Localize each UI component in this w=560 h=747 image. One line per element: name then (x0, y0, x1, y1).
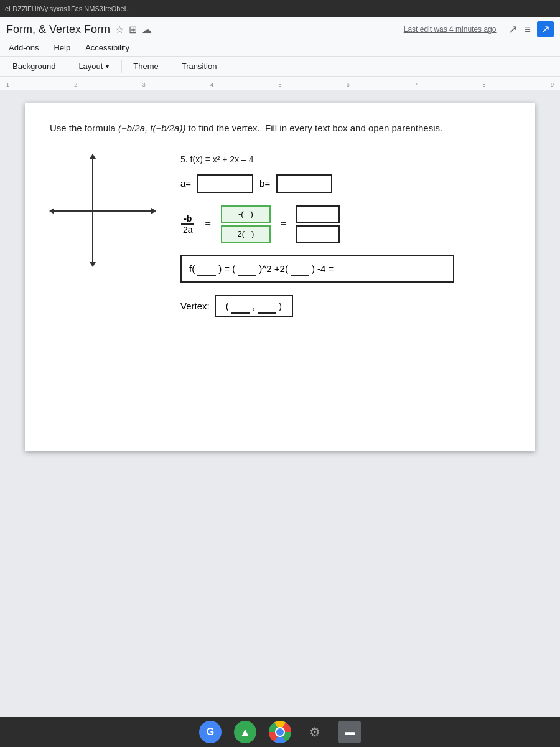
ruler-mark-2: 2 (74, 82, 77, 88)
neg-b-over-2a: -b 2a (180, 214, 195, 235)
fx-text-exp: )^2 +2( (259, 263, 288, 274)
taskbar-slides[interactable]: ▲ (234, 721, 256, 743)
frac-bottom-text: 2( ) (238, 229, 254, 238)
problem-section: 5. f(x) = x² + 2x – 4 a= b= (50, 154, 510, 317)
a-label: a= (180, 178, 191, 189)
problem-label: 5. f(x) = x² + 2x – 4 (180, 154, 510, 164)
fraction-section: -b 2a = -( ) 2( ) (180, 205, 510, 243)
taskbar-chrome[interactable] (269, 721, 291, 743)
vertex-close: ) (279, 301, 282, 311)
vertex-label: Vertex: (180, 301, 210, 311)
equals-1: = (205, 218, 211, 230)
taskbar: G ▲ ⚙ ▬ (0, 717, 560, 747)
frac-right-inputs (296, 205, 340, 243)
ruler-mark-6: 6 (347, 82, 350, 88)
frac-right-bottom-input[interactable] (296, 225, 340, 243)
vertex-x-input[interactable] (231, 299, 250, 314)
taskbar-launcher[interactable]: G (199, 721, 222, 743)
equals-2: = (281, 218, 286, 230)
slide: Use the formula (−b/2a, f(−b/2a)) to fin… (25, 103, 535, 451)
menu-bar: Add-ons Help Accessibility (0, 39, 560, 57)
ruler: 1 2 3 4 5 6 7 8 9 (0, 77, 560, 90)
ab-row: a= b= (180, 174, 510, 193)
graph-area (50, 154, 156, 266)
ruler-mark-8: 8 (483, 82, 486, 88)
frac-top-input[interactable]: -( ) (221, 205, 271, 223)
fx-text-f: f( (189, 263, 195, 274)
x-axis-arrow-right (151, 208, 156, 214)
taskbar-settings[interactable]: ⚙ (304, 721, 326, 743)
vertex-y-input[interactable] (258, 299, 276, 314)
last-edit-label: Last edit was 4 minutes ago (404, 25, 497, 34)
cloud-icon[interactable]: ☁ (142, 24, 152, 35)
taskbar-files[interactable]: ▬ (338, 721, 361, 743)
ruler-mark-3: 3 (142, 82, 146, 88)
top-right-icons: ↗ ≡ ↗ (508, 21, 554, 37)
frac-right-top-input[interactable] (296, 205, 340, 223)
toolbar-transition[interactable]: Transition (175, 59, 223, 73)
toolbar: Background Layout ▼ Theme Transition (0, 57, 560, 77)
ruler-mark-5: 5 (278, 82, 281, 88)
menu-help[interactable]: Help (51, 40, 73, 55)
b-label: b= (259, 178, 270, 189)
layout-label: Layout (78, 62, 103, 71)
y-axis-arrow-down (90, 262, 96, 267)
fx-text-paren: ) = ( (218, 263, 235, 274)
menu-accessibility[interactable]: Accessibility (83, 40, 132, 55)
list-icon: ≡ (524, 23, 531, 36)
menu-addons[interactable]: Add-ons (6, 40, 41, 55)
fx-blank-2[interactable] (238, 261, 256, 276)
x-axis-arrow-left (49, 208, 54, 214)
ruler-mark-7: 7 (414, 82, 418, 88)
problem-function: f(x) = x² + 2x – 4 (190, 154, 254, 164)
toolbar-theme[interactable]: Theme (127, 59, 164, 73)
slides-app: Form, & Vertex Form ☆ ⊞ ☁ Last edit was … (0, 17, 560, 717)
separator-3 (170, 60, 170, 73)
separator-1 (67, 60, 67, 73)
vertex-row: Vertex: ( , ) (180, 295, 510, 317)
fx-blank-3[interactable] (291, 261, 309, 276)
ruler-marks: 1 2 3 4 5 6 7 8 9 (6, 82, 554, 88)
instructions: Use the formula (−b/2a, f(−b/2a)) to fin… (50, 121, 510, 136)
document-title: Form, & Vertex Form (6, 23, 110, 36)
toolbar-layout[interactable]: Layout ▼ (72, 59, 116, 73)
y-axis (92, 154, 93, 266)
frac-green-inputs: -( ) 2( ) (221, 205, 271, 243)
vertex-content: ( (226, 301, 229, 311)
star-icon[interactable]: ☆ (115, 24, 124, 35)
title-bar: Form, & Vertex Form ☆ ⊞ ☁ Last edit was … (0, 17, 560, 39)
b-input-box[interactable] (276, 174, 332, 193)
frac-top-text: -( ) (238, 209, 253, 218)
work-area: 5. f(x) = x² + 2x – 4 a= b= (180, 154, 510, 317)
slide-area: Use the formula (−b/2a, f(−b/2a)) to fin… (0, 90, 560, 717)
ruler-inner: 1 2 3 4 5 6 7 8 9 (6, 80, 554, 90)
vertex-box[interactable]: ( , ) (215, 295, 293, 317)
a-input-box[interactable] (197, 174, 253, 193)
separator-2 (121, 60, 122, 73)
monitor-icon[interactable]: ⊞ (129, 24, 137, 35)
x-axis (50, 210, 156, 212)
toolbar-background[interactable]: Background (6, 59, 62, 73)
formula-text: (−b/2a, f(−b/2a)) (118, 123, 189, 133)
slide-content: Use the formula (−b/2a, f(−b/2a)) to fin… (50, 121, 510, 317)
layout-dropdown-icon: ▼ (104, 63, 110, 70)
svg-point-2 (276, 728, 284, 736)
vertex-comma: , (253, 301, 255, 311)
fraction-numerator: -b (181, 214, 194, 225)
ruler-mark-1: 1 (6, 82, 9, 88)
fx-blank-1[interactable] (197, 261, 216, 276)
frac-bottom-input[interactable]: 2( ) (221, 225, 271, 243)
fx-expression-box[interactable]: f( ) = ( )^2 +2( ) -4 = (180, 255, 454, 283)
top-bar: eLDZZiFHhVyjsyxas1Fas NMS3IreObeI... (0, 0, 560, 17)
external-icon[interactable]: ↗ (537, 21, 554, 37)
problem-number: 5. (180, 154, 188, 164)
fraction-denominator: 2a (180, 225, 195, 235)
title-icon-group: ☆ ⊞ ☁ (115, 24, 152, 35)
ruler-mark-9: 9 (551, 82, 554, 88)
fx-text-end: ) -4 = (312, 263, 334, 274)
y-axis-arrow-up (90, 154, 96, 159)
top-bar-text: eLDZZiFHhVyjsyxas1Fas NMS3IreObeI... (5, 5, 132, 12)
trending-icon: ↗ (508, 22, 518, 36)
ruler-mark-4: 4 (210, 82, 213, 88)
